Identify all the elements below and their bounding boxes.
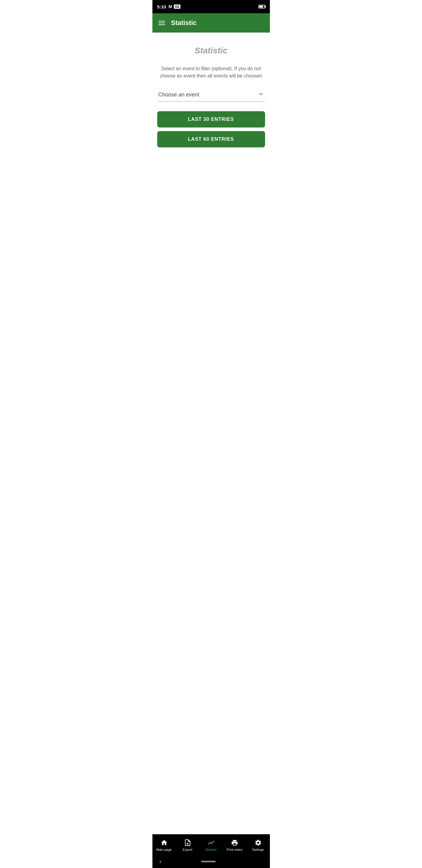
export-icon	[184, 839, 192, 846]
back-button[interactable]: ‹	[160, 858, 161, 865]
print-icon	[231, 839, 238, 846]
status-bar: 5:33 M GE	[153, 0, 270, 13]
hamburger-line-2	[158, 23, 165, 23]
system-nav: ‹	[153, 856, 270, 868]
settings-icon	[254, 839, 262, 846]
page-title: Statistic	[157, 46, 265, 56]
nav-label-print-notes: Print notes	[227, 848, 242, 851]
bottom-nav: Main page Export Statistic Print	[153, 834, 270, 856]
hamburger-line-3	[158, 24, 165, 25]
nav-label-settings: Settings	[252, 848, 264, 851]
main-content: Statistic Select an event to filter (opt…	[153, 33, 270, 834]
battery-icon	[258, 5, 265, 8]
status-bar-left: 5:33 M GE	[157, 4, 181, 9]
nav-item-export[interactable]: Export	[176, 834, 199, 856]
filter-description: Select an event to filter (optional). If…	[157, 65, 265, 80]
status-time: 5:33	[157, 4, 166, 9]
statistic-icon	[207, 839, 215, 846]
last-60-entries-button[interactable]: LAST 60 ENTRIES	[157, 131, 265, 147]
nav-label-statistic: Statistic	[205, 848, 217, 851]
event-select-wrapper: Choose an event	[157, 88, 265, 101]
event-select[interactable]: Choose an event	[157, 90, 265, 99]
home-icon	[160, 839, 168, 846]
nav-label-export: Export	[183, 848, 192, 851]
header-title: Statistic	[171, 19, 197, 27]
nav-label-main-page: Main page	[156, 848, 172, 851]
status-icons: M GE	[169, 4, 181, 9]
gmail-icon: M	[169, 4, 172, 9]
nav-item-print-notes[interactable]: Print notes	[223, 834, 247, 856]
ge-icon: GE	[174, 4, 181, 9]
hamburger-menu-button[interactable]	[157, 20, 166, 26]
app-header: Statistic	[153, 13, 270, 33]
last-30-entries-button[interactable]: LAST 30 ENTRIES	[157, 111, 265, 127]
nav-item-main-page[interactable]: Main page	[153, 834, 176, 856]
home-indicator	[201, 861, 216, 862]
status-bar-right	[258, 5, 265, 8]
hamburger-line-1	[158, 21, 165, 22]
nav-item-settings[interactable]: Settings	[247, 834, 270, 856]
nav-item-statistic[interactable]: Statistic	[199, 834, 223, 856]
